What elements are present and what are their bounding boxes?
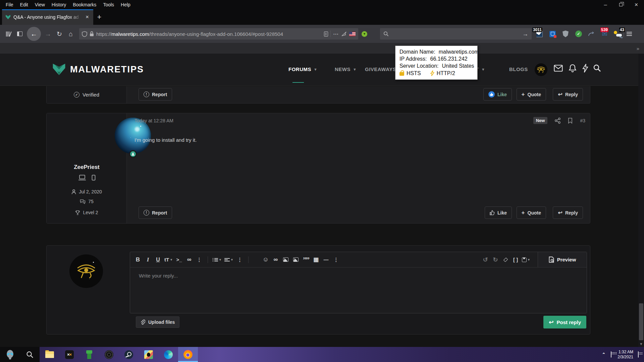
taskbar-app-speaker[interactable]: [99, 347, 119, 362]
post-timestamp[interactable]: Today at 12:28 AM: [135, 118, 173, 123]
user-avatar[interactable]: [535, 63, 547, 76]
library-button[interactable]: [3, 28, 14, 40]
menu-history[interactable]: History: [49, 1, 69, 9]
reply-input[interactable]: Write your reply...: [139, 273, 178, 279]
more-paragraph-button[interactable]: ⋮: [235, 254, 245, 265]
font-size-button[interactable]: tT▼: [163, 254, 174, 265]
menu-file[interactable]: File: [3, 1, 16, 9]
reply-button[interactable]: ↩Reply: [553, 88, 583, 101]
bookmarks-overflow-icon[interactable]: »: [637, 46, 639, 51]
alerts-button[interactable]: [569, 64, 577, 74]
report-button[interactable]: !Report: [139, 88, 172, 101]
whats-new-button[interactable]: [582, 64, 588, 74]
start-button[interactable]: [0, 347, 20, 362]
list-button[interactable]: ▼: [211, 254, 223, 265]
nav-blogs[interactable]: BLOGS: [509, 66, 528, 72]
site-search-button[interactable]: [593, 64, 601, 73]
taskbar-steam[interactable]: [119, 347, 139, 362]
upload-files-button[interactable]: Upload files: [136, 316, 179, 328]
menu-view[interactable]: View: [32, 1, 48, 9]
menu-edit[interactable]: Edit: [17, 1, 31, 9]
reader-view-icon[interactable]: [324, 32, 328, 37]
bold-button[interactable]: B: [133, 254, 143, 265]
smilies-button[interactable]: ☺: [261, 254, 271, 265]
security-check-extension-button[interactable]: ✓: [574, 29, 583, 39]
bookmark-icon[interactable]: [568, 118, 573, 124]
insert-table-button[interactable]: ▦: [311, 254, 321, 265]
taskbar-app-xsplit[interactable]: ××: [59, 347, 79, 362]
send-tab-icon[interactable]: [341, 31, 347, 37]
nav-forums[interactable]: FORUMS▼: [288, 66, 317, 72]
menu-bookmarks[interactable]: Bookmarks: [70, 1, 99, 9]
adblocker-extension-button[interactable]: 3011: [535, 29, 544, 39]
scroll-down-arrow[interactable]: ▼: [639, 342, 643, 346]
remove-formatting-button[interactable]: [500, 254, 511, 265]
lock-icon[interactable]: [90, 31, 94, 37]
insert-gallery-button[interactable]: +: [291, 254, 301, 265]
touch-keyboard-button[interactable]: [611, 352, 611, 358]
preview-button[interactable]: Preview: [538, 252, 587, 267]
action-center-button[interactable]: [638, 352, 639, 358]
search-go-icon[interactable]: →: [522, 31, 528, 38]
quote-button[interactable]: +Quote: [517, 88, 546, 101]
insert-image-button[interactable]: [281, 254, 291, 265]
tab-close-icon[interactable]: ×: [85, 14, 90, 20]
url-text[interactable]: https://malwaretips.com/threads/anyone-u…: [96, 31, 322, 37]
gray-shield-extension-button[interactable]: [561, 29, 570, 39]
post-reply-button[interactable]: ↩ Post reply: [543, 316, 586, 328]
quote-button[interactable]: +Quote: [517, 206, 546, 219]
toggle-bbcode-button[interactable]: [ ]: [511, 254, 521, 265]
menu-help[interactable]: Help: [118, 1, 133, 9]
search-bar[interactable]: →: [380, 28, 532, 40]
trafficlight-extension-button[interactable]: [548, 29, 557, 39]
reply-button[interactable]: ↩Reply: [553, 206, 583, 219]
restore-button[interactable]: [613, 0, 629, 9]
back-button[interactable]: ←: [27, 27, 41, 41]
weather-extension-button[interactable]: 43: [613, 29, 622, 39]
alignment-button[interactable]: ▼: [223, 254, 235, 265]
underline-button[interactable]: U: [153, 254, 163, 265]
scrollbar-thumb[interactable]: [639, 303, 643, 340]
more-options-button[interactable]: ⋮: [194, 254, 204, 265]
taskbar-file-explorer[interactable]: [40, 347, 59, 362]
minimize-button[interactable]: ─: [598, 0, 613, 9]
inline-code-button[interactable]: >_: [174, 254, 184, 265]
insert-quote-button[interactable]: ””: [301, 254, 311, 265]
like-button-liked[interactable]: Like: [483, 88, 512, 101]
url-bar[interactable]: https://malwaretips.com/threads/anyone-u…: [79, 28, 358, 40]
menu-tools[interactable]: Tools: [100, 1, 117, 9]
taskbar-app-media[interactable]: [139, 347, 158, 362]
new-tab-button[interactable]: +: [93, 9, 105, 25]
current-user-avatar[interactable]: [69, 254, 103, 288]
forward-button[interactable]: →: [42, 28, 54, 40]
site-logo[interactable]: MALWARETIPS: [52, 62, 144, 76]
home-button[interactable]: ⌂: [65, 28, 76, 40]
taskbar-show-hidden-icons[interactable]: ⌃: [602, 352, 605, 357]
sidebar-button[interactable]: [14, 28, 25, 40]
page-actions-icon[interactable]: ⋯: [333, 31, 339, 37]
inbox-button[interactable]: [554, 65, 563, 73]
drafts-button[interactable]: ▼: [521, 254, 532, 265]
close-window-button[interactable]: ×: [629, 0, 644, 9]
italic-button[interactable]: I: [143, 254, 153, 265]
search-input[interactable]: [391, 31, 520, 37]
flagfox-flag-icon[interactable]: [349, 32, 356, 36]
app-menu-button[interactable]: [627, 32, 632, 36]
tab-active[interactable]: Q&A - Anyone using Flagfox ad ×: [2, 9, 93, 25]
taskbar-app-pipe[interactable]: [79, 347, 99, 362]
taskbar-clock[interactable]: 1:32 AM 2/3/2021: [618, 350, 633, 360]
horizontal-rule-button[interactable]: —: [321, 254, 331, 265]
nav-giveaways[interactable]: GIVEAWAYS: [365, 66, 396, 72]
extension-green-button[interactable]: ▼: [362, 31, 367, 37]
share-icon[interactable]: [555, 118, 560, 124]
tracking-protection-shield-icon[interactable]: [82, 31, 87, 37]
more-insert-button[interactable]: ⋮: [331, 254, 341, 265]
page-scrollbar[interactable]: ▼: [638, 54, 644, 347]
mail-extension-button[interactable]: 539 ✉: [600, 29, 609, 39]
taskbar-edge[interactable]: [158, 347, 178, 362]
share-extension-button[interactable]: [587, 29, 596, 39]
undo-button[interactable]: ↺: [480, 254, 490, 265]
insert-link-button[interactable]: ∞: [184, 254, 194, 265]
like-button[interactable]: Like: [485, 206, 512, 219]
reload-button[interactable]: ↻: [54, 28, 65, 40]
